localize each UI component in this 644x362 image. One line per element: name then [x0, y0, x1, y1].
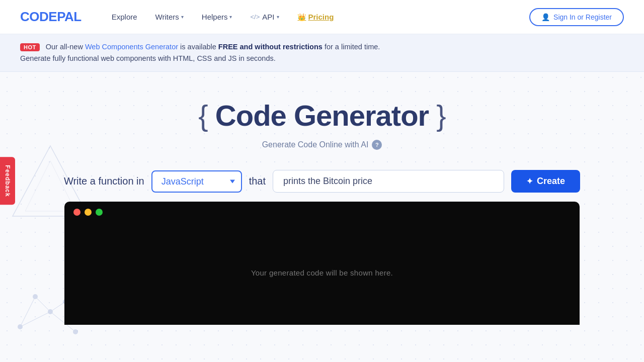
banner-second-line: Generate fully functional web components…	[20, 54, 276, 62]
logo[interactable]: CODEPAL	[20, 9, 82, 25]
hero-title: { Code Generator }	[0, 100, 644, 132]
code-terminal: Your generated code will be shown here.	[64, 202, 580, 325]
sparkle-icon: ✦	[526, 176, 533, 186]
web-components-link[interactable]: Web Components Generator	[85, 43, 178, 51]
writers-chevron-icon: ▾	[181, 14, 184, 20]
svg-line-11	[20, 297, 35, 327]
help-icon[interactable]: ?	[372, 140, 382, 150]
banner-text-before: Our all-new	[44, 43, 85, 51]
signin-button[interactable]: 👤 Sign In or Register	[529, 8, 624, 26]
terminal-titlebar	[64, 202, 580, 223]
nav-right: 👤 Sign In or Register	[529, 8, 624, 26]
label-after-select: that	[249, 175, 266, 187]
banner-text-end: for a limited time.	[323, 43, 380, 51]
api-brackets-left-icon: </>	[250, 13, 260, 21]
brace-close: }	[436, 99, 445, 132]
nav-helpers[interactable]: Helpers ▾	[202, 13, 232, 21]
brace-open: {	[198, 99, 207, 132]
nav-api[interactable]: </> API ▾	[250, 13, 279, 21]
terminal-body: Your generated code will be shown here.	[64, 223, 580, 323]
function-description-input[interactable]	[273, 170, 504, 193]
announcement-banner: HOT Our all-new Web Components Generator…	[0, 34, 644, 72]
feedback-label: Feedback	[4, 165, 11, 197]
logo-part1: CODE	[20, 9, 57, 24]
terminal-minimize-dot[interactable]	[85, 209, 92, 216]
language-select[interactable]: JavaScript Python TypeScript Java C++ C#…	[151, 170, 242, 193]
hero-section: { Code Generator } Generate Code Online …	[0, 72, 644, 165]
label-before-select: Write a function in	[64, 175, 144, 187]
nav-links: Explore Writers ▾ Helpers ▾ </> API ▾ 👑 …	[112, 13, 529, 21]
banner-bold-text: FREE and without restrictions	[218, 43, 323, 51]
generator-input-row: Write a function in JavaScript Python Ty…	[0, 170, 644, 193]
nav-writers[interactable]: Writers ▾	[155, 13, 184, 21]
feedback-tab[interactable]: Feedback	[0, 157, 15, 205]
svg-line-10	[50, 302, 65, 312]
language-select-wrapper: JavaScript Python TypeScript Java C++ C#…	[151, 170, 242, 193]
hot-badge: HOT	[20, 43, 40, 51]
terminal-placeholder-text: Your generated code will be shown here.	[251, 268, 393, 277]
create-button[interactable]: ✦ Create	[511, 170, 580, 193]
user-icon: 👤	[541, 13, 550, 21]
svg-line-7	[20, 312, 50, 327]
nav-explore[interactable]: Explore	[112, 13, 137, 21]
crown-icon: 👑	[297, 13, 306, 21]
terminal-maximize-dot[interactable]	[96, 209, 103, 216]
svg-line-8	[35, 297, 50, 312]
banner-text-after: is available	[178, 43, 218, 51]
helpers-chevron-icon: ▾	[229, 14, 232, 20]
api-chevron-icon: ▾	[277, 14, 279, 20]
navbar: CODEPAL Explore Writers ▾ Helpers ▾ </> …	[0, 0, 644, 34]
terminal-close-dot[interactable]	[73, 209, 80, 216]
hero-subtitle: Generate Code Online with AI ?	[0, 140, 644, 150]
logo-part2: PAL	[57, 9, 82, 24]
nav-pricing[interactable]: 👑 Pricing	[297, 13, 334, 21]
